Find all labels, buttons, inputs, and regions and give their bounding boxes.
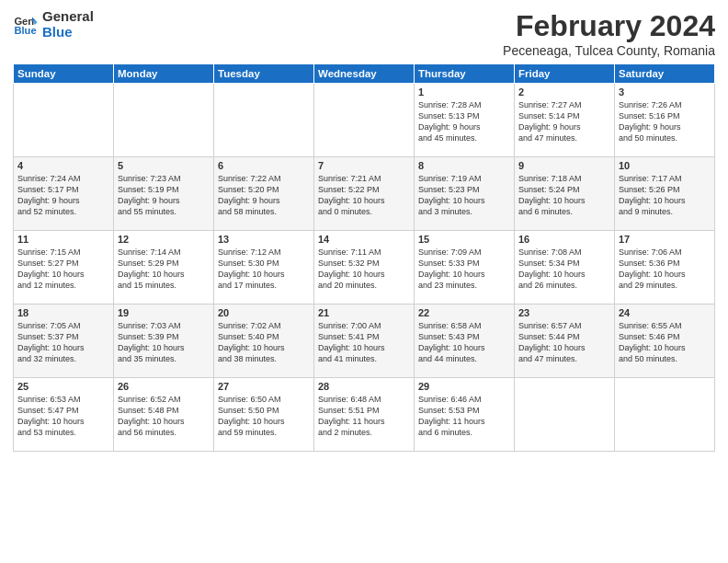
header-saturday: Saturday <box>615 64 715 84</box>
day-content: Sunrise: 7:27 AMSunset: 5:14 PMDaylight:… <box>518 99 610 144</box>
day-content: Sunrise: 7:22 AMSunset: 5:20 PMDaylight:… <box>218 173 310 218</box>
day-cell: 8Sunrise: 7:19 AMSunset: 5:23 PMDaylight… <box>415 157 515 231</box>
day-cell: 9Sunrise: 7:18 AMSunset: 5:24 PMDaylight… <box>515 157 615 231</box>
header-wednesday: Wednesday <box>314 64 415 84</box>
day-cell: 2Sunrise: 7:27 AMSunset: 5:14 PMDaylight… <box>515 84 615 157</box>
day-cell: 23Sunrise: 6:57 AMSunset: 5:44 PMDayligh… <box>515 304 615 378</box>
day-content: Sunrise: 6:50 AMSunset: 5:50 PMDaylight:… <box>218 394 310 439</box>
day-content: Sunrise: 7:18 AMSunset: 5:24 PMDaylight:… <box>518 173 610 218</box>
month-title: February 2024 <box>503 9 715 43</box>
week-row-4: 18Sunrise: 7:05 AMSunset: 5:37 PMDayligh… <box>14 304 715 378</box>
header-row: Sunday Monday Tuesday Wednesday Thursday… <box>14 64 715 84</box>
day-number: 2 <box>518 86 610 98</box>
title-area: February 2024 Peceneaga, Tulcea County, … <box>503 9 715 58</box>
day-cell <box>114 84 214 157</box>
day-cell: 5Sunrise: 7:23 AMSunset: 5:19 PMDaylight… <box>114 157 214 231</box>
header-tuesday: Tuesday <box>214 64 314 84</box>
day-cell: 3Sunrise: 7:26 AMSunset: 5:16 PMDaylight… <box>615 84 715 157</box>
day-number: 6 <box>218 160 310 171</box>
day-number: 3 <box>619 86 711 98</box>
day-content: Sunrise: 7:28 AMSunset: 5:13 PMDaylight:… <box>418 99 510 144</box>
day-cell: 15Sunrise: 7:09 AMSunset: 5:33 PMDayligh… <box>415 231 515 304</box>
day-cell: 12Sunrise: 7:14 AMSunset: 5:29 PMDayligh… <box>114 231 214 304</box>
day-content: Sunrise: 7:15 AMSunset: 5:27 PMDaylight:… <box>17 247 109 292</box>
day-cell: 13Sunrise: 7:12 AMSunset: 5:30 PMDayligh… <box>214 231 314 304</box>
day-cell: 19Sunrise: 7:03 AMSunset: 5:39 PMDayligh… <box>114 304 214 378</box>
day-content: Sunrise: 7:24 AMSunset: 5:17 PMDaylight:… <box>17 173 109 218</box>
day-number: 28 <box>318 381 410 392</box>
logo-icon: Gen Blue <box>13 12 39 38</box>
day-content: Sunrise: 7:09 AMSunset: 5:33 PMDaylight:… <box>418 247 510 292</box>
calendar-page: Gen Blue General Blue February 2024 Pece… <box>0 0 728 563</box>
day-cell: 28Sunrise: 6:48 AMSunset: 5:51 PMDayligh… <box>314 378 415 452</box>
day-cell: 26Sunrise: 6:52 AMSunset: 5:48 PMDayligh… <box>114 378 214 452</box>
day-cell: 7Sunrise: 7:21 AMSunset: 5:22 PMDaylight… <box>314 157 415 231</box>
day-number: 11 <box>17 234 109 245</box>
day-cell: 4Sunrise: 7:24 AMSunset: 5:17 PMDaylight… <box>14 157 114 231</box>
day-number: 8 <box>418 160 510 171</box>
day-cell: 11Sunrise: 7:15 AMSunset: 5:27 PMDayligh… <box>14 231 114 304</box>
day-cell: 14Sunrise: 7:11 AMSunset: 5:32 PMDayligh… <box>314 231 415 304</box>
day-cell: 29Sunrise: 6:46 AMSunset: 5:53 PMDayligh… <box>415 378 515 452</box>
day-content: Sunrise: 6:52 AMSunset: 5:48 PMDaylight:… <box>118 394 210 439</box>
day-cell: 10Sunrise: 7:17 AMSunset: 5:26 PMDayligh… <box>615 157 715 231</box>
day-number: 7 <box>318 160 410 171</box>
day-number: 16 <box>518 234 610 245</box>
day-number: 21 <box>318 307 410 318</box>
day-content: Sunrise: 7:19 AMSunset: 5:23 PMDaylight:… <box>418 173 510 218</box>
day-number: 18 <box>17 307 109 318</box>
day-number: 20 <box>218 307 310 318</box>
header: Gen Blue General Blue February 2024 Pece… <box>13 9 715 58</box>
day-cell: 24Sunrise: 6:55 AMSunset: 5:46 PMDayligh… <box>615 304 715 378</box>
logo-line2: Blue <box>42 25 94 40</box>
day-content: Sunrise: 7:08 AMSunset: 5:34 PMDaylight:… <box>518 247 610 292</box>
day-cell: 17Sunrise: 7:06 AMSunset: 5:36 PMDayligh… <box>615 231 715 304</box>
logo-line1: General <box>42 9 94 25</box>
day-number: 24 <box>619 307 711 318</box>
day-content: Sunrise: 7:06 AMSunset: 5:36 PMDaylight:… <box>619 247 711 292</box>
day-number: 9 <box>518 160 610 171</box>
day-content: Sunrise: 6:55 AMSunset: 5:46 PMDaylight:… <box>619 320 711 365</box>
day-number: 17 <box>619 234 711 245</box>
day-number: 19 <box>118 307 210 318</box>
week-row-3: 11Sunrise: 7:15 AMSunset: 5:27 PMDayligh… <box>14 231 715 304</box>
day-content: Sunrise: 7:03 AMSunset: 5:39 PMDaylight:… <box>118 320 210 365</box>
day-content: Sunrise: 6:58 AMSunset: 5:43 PMDaylight:… <box>418 320 510 365</box>
day-content: Sunrise: 7:11 AMSunset: 5:32 PMDaylight:… <box>318 247 410 292</box>
day-content: Sunrise: 7:17 AMSunset: 5:26 PMDaylight:… <box>619 173 711 218</box>
day-content: Sunrise: 7:14 AMSunset: 5:29 PMDaylight:… <box>118 247 210 292</box>
day-cell: 16Sunrise: 7:08 AMSunset: 5:34 PMDayligh… <box>515 231 615 304</box>
day-number: 26 <box>118 381 210 392</box>
day-cell: 22Sunrise: 6:58 AMSunset: 5:43 PMDayligh… <box>415 304 515 378</box>
day-number: 13 <box>218 234 310 245</box>
day-number: 14 <box>318 234 410 245</box>
day-cell: 21Sunrise: 7:00 AMSunset: 5:41 PMDayligh… <box>314 304 415 378</box>
day-cell: 6Sunrise: 7:22 AMSunset: 5:20 PMDaylight… <box>214 157 314 231</box>
day-number: 5 <box>118 160 210 171</box>
day-number: 29 <box>418 381 510 392</box>
day-content: Sunrise: 7:12 AMSunset: 5:30 PMDaylight:… <box>218 247 310 292</box>
day-cell: 1Sunrise: 7:28 AMSunset: 5:13 PMDaylight… <box>415 84 515 157</box>
day-number: 1 <box>418 86 510 98</box>
day-number: 4 <box>17 160 109 171</box>
calendar-table: Sunday Monday Tuesday Wednesday Thursday… <box>13 63 715 452</box>
day-cell <box>615 378 715 452</box>
header-friday: Friday <box>515 64 615 84</box>
day-cell <box>515 378 615 452</box>
header-sunday: Sunday <box>14 64 114 84</box>
logo: Gen Blue General Blue <box>13 9 94 40</box>
day-content: Sunrise: 7:21 AMSunset: 5:22 PMDaylight:… <box>318 173 410 218</box>
day-content: Sunrise: 7:05 AMSunset: 5:37 PMDaylight:… <box>17 320 109 365</box>
day-number: 22 <box>418 307 510 318</box>
day-number: 10 <box>619 160 711 171</box>
day-cell: 18Sunrise: 7:05 AMSunset: 5:37 PMDayligh… <box>14 304 114 378</box>
day-content: Sunrise: 6:48 AMSunset: 5:51 PMDaylight:… <box>318 394 410 439</box>
day-content: Sunrise: 7:02 AMSunset: 5:40 PMDaylight:… <box>218 320 310 365</box>
header-monday: Monday <box>114 64 214 84</box>
day-content: Sunrise: 7:26 AMSunset: 5:16 PMDaylight:… <box>619 99 711 144</box>
header-thursday: Thursday <box>415 64 515 84</box>
day-number: 15 <box>418 234 510 245</box>
week-row-2: 4Sunrise: 7:24 AMSunset: 5:17 PMDaylight… <box>14 157 715 231</box>
day-number: 25 <box>17 381 109 392</box>
week-row-1: 1Sunrise: 7:28 AMSunset: 5:13 PMDaylight… <box>14 84 715 157</box>
